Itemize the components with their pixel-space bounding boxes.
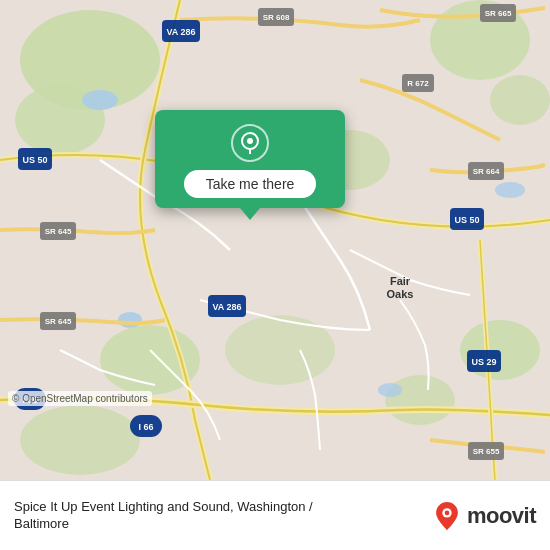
svg-text:R 672: R 672 xyxy=(407,79,429,88)
map-background: US 50 US 50 VA 286 VA 286 VA 28 I 66 I 6… xyxy=(0,0,550,480)
svg-point-4 xyxy=(490,75,550,125)
location-popup: Take me there xyxy=(155,110,345,208)
svg-text:US 50: US 50 xyxy=(454,215,479,225)
svg-point-50 xyxy=(445,510,450,515)
moovit-brand-text: moovit xyxy=(467,503,536,529)
map-container: US 50 US 50 VA 286 VA 286 VA 28 I 66 I 6… xyxy=(0,0,550,480)
svg-point-48 xyxy=(247,138,253,144)
svg-text:SR 645: SR 645 xyxy=(45,317,72,326)
svg-point-11 xyxy=(82,90,118,110)
moovit-logo: moovit xyxy=(433,502,536,530)
bottom-bar: Spice It Up Event Lighting and Sound, Wa… xyxy=(0,480,550,550)
svg-text:SR 645: SR 645 xyxy=(45,227,72,236)
svg-text:VA 286: VA 286 xyxy=(212,302,241,312)
pin-icon xyxy=(231,124,269,162)
svg-text:I 66: I 66 xyxy=(138,422,153,432)
svg-text:SR 664: SR 664 xyxy=(473,167,500,176)
moovit-pin-icon xyxy=(433,502,461,530)
location-title: Spice It Up Event Lighting and Sound, Wa… xyxy=(14,499,324,533)
svg-point-13 xyxy=(495,182,525,198)
svg-text:Fair: Fair xyxy=(390,275,411,287)
take-me-there-button[interactable]: Take me there xyxy=(184,170,317,198)
copyright-text: © OpenStreetMap contributors xyxy=(8,391,152,406)
svg-point-12 xyxy=(118,312,142,328)
svg-point-8 xyxy=(20,405,140,475)
svg-text:VA 286: VA 286 xyxy=(166,27,195,37)
svg-text:SR 665: SR 665 xyxy=(485,9,512,18)
svg-text:SR 655: SR 655 xyxy=(473,447,500,456)
svg-text:SR 608: SR 608 xyxy=(263,13,290,22)
svg-text:Oaks: Oaks xyxy=(387,288,414,300)
svg-point-6 xyxy=(385,375,455,425)
svg-text:US 50: US 50 xyxy=(22,155,47,165)
svg-text:US 29: US 29 xyxy=(471,357,496,367)
svg-point-14 xyxy=(378,383,402,397)
